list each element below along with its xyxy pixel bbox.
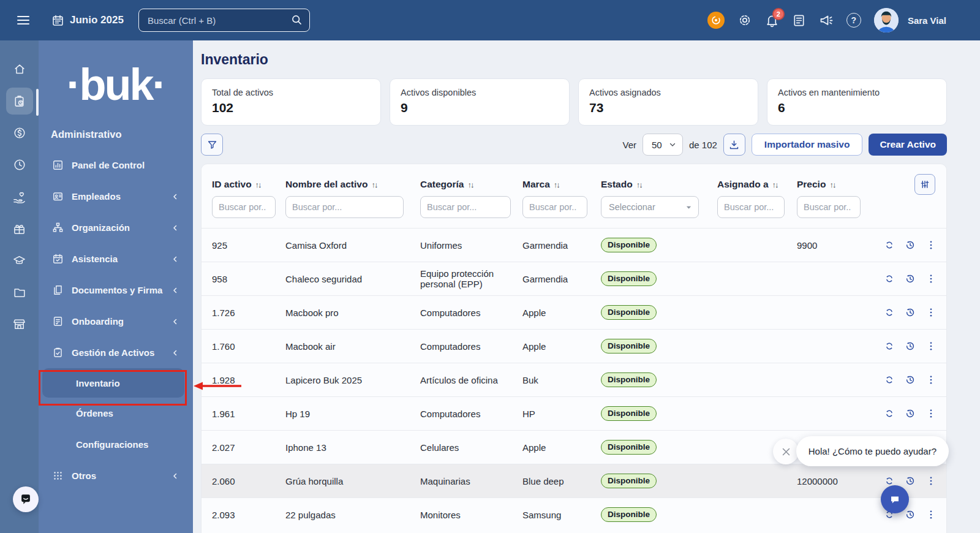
kebab-menu-icon[interactable] (925, 307, 937, 318)
history-icon[interactable] (905, 509, 916, 520)
kebab-menu-icon[interactable] (925, 408, 937, 419)
filter-name-input[interactable] (285, 196, 404, 218)
sort-icon[interactable]: ↑↓ (772, 180, 778, 189)
cell-brand: Apple (512, 431, 590, 464)
app-window: Junio 2025 2 ? (0, 0, 980, 533)
sync-icon[interactable] (884, 408, 895, 419)
table-row[interactable]: 2.093 22 pulgadas Monitores Samsung Disp… (202, 498, 947, 532)
filter-category-input[interactable] (420, 196, 511, 218)
history-icon[interactable] (905, 408, 916, 419)
sidebar-item-gestion-de-activos[interactable]: Gestión de Activos (39, 337, 193, 368)
sort-icon[interactable]: ↑↓ (636, 180, 642, 189)
notifications-bell-icon[interactable]: 2 (765, 13, 779, 28)
create-asset-button[interactable]: Crear Activo (869, 134, 947, 156)
history-icon[interactable] (905, 475, 916, 486)
search-icon[interactable] (290, 13, 303, 26)
period-selector[interactable]: Junio 2025 (51, 14, 124, 27)
history-icon[interactable] (905, 374, 916, 385)
filter-status-select[interactable]: Seleccionar (601, 196, 699, 218)
help-icon[interactable]: ? (846, 13, 861, 28)
sort-icon[interactable]: ↑↓ (468, 180, 473, 189)
sync-icon[interactable] (884, 374, 895, 385)
history-icon[interactable] (905, 240, 916, 251)
kebab-menu-icon[interactable] (925, 341, 937, 352)
sort-icon[interactable]: ↑↓ (829, 180, 835, 189)
rail-training-icon[interactable] (4, 244, 36, 276)
filter-button[interactable] (201, 134, 223, 156)
sort-icon[interactable]: ↑↓ (554, 180, 559, 189)
table-row[interactable]: 1.760 Macbook air Computadores Apple Dis… (202, 330, 947, 363)
announcements-megaphone-icon[interactable] (819, 13, 834, 28)
rail-home-icon[interactable] (4, 53, 36, 85)
page-size-select[interactable]: 50 (643, 134, 683, 156)
chevron-left-icon (172, 287, 179, 294)
support-chat-button[interactable] (13, 486, 39, 512)
chat-close-button[interactable] (773, 439, 799, 464)
kebab-menu-icon[interactable] (925, 273, 937, 284)
status-badge: Disponible (601, 474, 657, 488)
cell-price (786, 363, 872, 397)
sidebar-item-empleados[interactable]: Empleados (39, 181, 193, 212)
sidebar-item-documentos-y-firma[interactable]: Documentos y Firma (39, 274, 193, 306)
cell-brand: Buk (512, 363, 590, 397)
kebab-menu-icon[interactable] (925, 475, 937, 486)
sync-icon[interactable] (884, 341, 895, 352)
sidebar-item-configuraciones[interactable]: Configuraciones (39, 429, 193, 460)
sidebar-item-panel-de-control[interactable]: Panel de Control (39, 149, 193, 181)
rail-time-icon[interactable] (4, 149, 36, 181)
rail-benefits-icon[interactable] (4, 181, 36, 213)
rail-files-icon[interactable] (4, 276, 36, 308)
kebab-menu-icon[interactable] (925, 374, 937, 385)
table-row[interactable]: 958 Chaleco seguridad Equipo protección … (202, 262, 947, 296)
cell-brand: Blue deep (512, 464, 590, 498)
table-row[interactable]: 2.060 Grúa horquilla Maquinarias Blue de… (202, 464, 947, 498)
column-settings-button[interactable] (914, 174, 935, 195)
sort-icon[interactable]: ↑↓ (371, 180, 377, 189)
status-badge: Disponible (601, 372, 657, 387)
status-badge: Disponible (601, 406, 657, 421)
settings-gear-icon[interactable] (737, 13, 752, 28)
rail-gifts-icon[interactable] (4, 213, 36, 244)
notification-badge: 2 (772, 8, 785, 20)
history-icon[interactable] (905, 273, 916, 284)
filter-assigned-input[interactable] (717, 196, 785, 218)
history-icon[interactable] (905, 307, 916, 318)
sync-icon[interactable] (884, 307, 895, 318)
filter-price-input[interactable] (797, 196, 861, 218)
sidebar-item-organizacion[interactable]: Organización (39, 212, 193, 243)
news-document-icon[interactable] (792, 13, 806, 28)
assistant-icon[interactable] (707, 12, 725, 29)
filter-brand-input[interactable] (522, 196, 587, 218)
user-name: Sara Vial (908, 15, 946, 26)
table-row[interactable]: 1.961 Hp 19 Computadores HP Disponible (202, 397, 947, 431)
sidebar-item-asistencia[interactable]: Asistencia (39, 243, 193, 274)
user-avatar[interactable] (874, 8, 899, 32)
cell-price (786, 397, 872, 431)
rail-assets-icon[interactable] (4, 85, 36, 117)
download-button[interactable] (723, 134, 745, 156)
chat-greeting-bubble[interactable]: Hola! ¿Cómo te puedo ayudar? (796, 436, 949, 466)
history-icon[interactable] (905, 341, 916, 352)
cell-category: Monitores (410, 498, 512, 532)
sidebar-item-otros[interactable]: Otros (39, 460, 193, 491)
sidebar-menu: Panel de Control Empleados Organización … (39, 149, 193, 491)
sort-icon[interactable]: ↑↓ (255, 180, 261, 189)
sidebar-item-onboarding[interactable]: Onboarding (39, 306, 193, 337)
sync-icon[interactable] (884, 240, 895, 251)
chat-launcher-button[interactable] (881, 485, 909, 513)
table-row[interactable]: 925 Camisa Oxford Uniformes Garmendia Di… (202, 229, 947, 262)
kebab-menu-icon[interactable] (925, 240, 937, 251)
table-row[interactable]: 1.726 Macbook pro Computadores Apple Dis… (202, 296, 947, 330)
rail-marketplace-icon[interactable] (4, 308, 36, 340)
rail-payroll-icon[interactable] (4, 117, 36, 149)
sidebar-item-ordenes[interactable]: Órdenes (39, 398, 193, 429)
table-row[interactable]: 1.928 Lapicero Buk 2025 Artículos de ofi… (202, 363, 947, 397)
cell-name: Iphone 13 (275, 431, 410, 464)
sync-icon[interactable] (884, 273, 895, 284)
sidebar-item-inventario[interactable]: Inventario (42, 368, 184, 398)
hamburger-menu-icon[interactable] (16, 13, 31, 28)
filter-id-input[interactable] (212, 196, 276, 218)
search-input[interactable] (138, 9, 310, 32)
kebab-menu-icon[interactable] (925, 509, 937, 520)
bulk-import-button[interactable]: Importador masivo (752, 134, 863, 156)
